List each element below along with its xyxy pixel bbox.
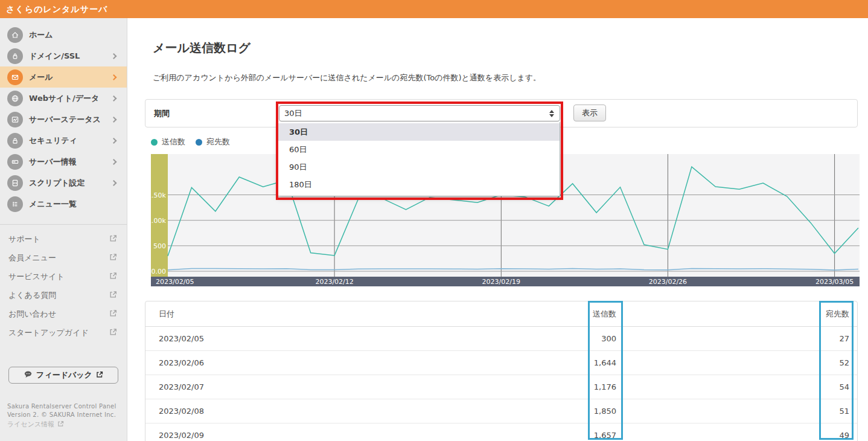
server-status-icon: [7, 112, 23, 127]
page-title: メール送信数ログ: [153, 40, 251, 56]
table-row: 2023/02/071,17654: [145, 375, 857, 399]
sidebar-link-faq[interactable]: よくある質問: [0, 286, 127, 304]
license-label: ライセンス情報: [7, 420, 54, 429]
server-info-icon: [7, 154, 23, 170]
select-arrows-icon: [549, 110, 554, 117]
sidebar-link-label: お問い合わせ: [8, 309, 56, 320]
cell-sent: 1,657: [594, 423, 616, 441]
cell-sent: 1,644: [594, 351, 616, 375]
external-link-icon: [57, 420, 64, 429]
sidebar-item-label: サーバーステータス: [29, 114, 101, 125]
period-selected-value: 30日: [284, 108, 302, 119]
menu-list-icon: [7, 196, 23, 212]
sidebar-link-label: よくある質問: [8, 290, 56, 301]
app-header: さくらのレンタルサーバ: [0, 0, 868, 18]
mail-icon: [7, 69, 23, 85]
cell-dest: 52: [839, 351, 849, 375]
legend-dot-icon: [196, 139, 202, 146]
period-label: 期間: [154, 100, 170, 127]
website-data-icon: [7, 91, 23, 106]
table-row: 2023/02/0530027: [145, 327, 857, 351]
mail-log-table: 日付 送信数 宛先数 2023/02/05300272023/02/061,64…: [145, 301, 858, 441]
col-header-date: 日付: [159, 301, 174, 327]
sidebar-link-contact[interactable]: お問い合わせ: [0, 304, 127, 323]
sidebar-link-label: サービスサイト: [8, 271, 65, 282]
page-description: ご利用のアカウントから外部のメールサーバーに送信されたメールの宛先数(Toの件数…: [153, 72, 541, 83]
sidebar-link-startup-guide[interactable]: スタートアップガイド: [0, 323, 127, 342]
cell-date: 2023/02/06: [159, 351, 204, 375]
sidebar-item-security[interactable]: セキュリティ: [0, 130, 127, 151]
cell-sent: 300: [601, 327, 616, 351]
period-select[interactable]: 30日: [279, 105, 560, 121]
sidebar-item-label: メニュー一覧: [29, 199, 77, 210]
cell-dest: 27: [839, 327, 849, 351]
external-link-icon: [96, 371, 103, 380]
table-header-row: 日付 送信数 宛先数: [145, 301, 857, 327]
chevron-right-icon: [111, 53, 117, 59]
external-link-icon: [109, 272, 117, 282]
app-title: さくらのレンタルサーバ: [6, 0, 107, 18]
svg-text:1.50k: 1.50k: [151, 192, 167, 199]
svg-text:0.00: 0.00: [152, 268, 167, 275]
sidebar-item-menu-list[interactable]: メニュー一覧: [0, 193, 127, 214]
cell-dest: 49: [839, 423, 849, 441]
legend-dot-icon: [151, 139, 158, 146]
sidebar-links: サポート会員メニューサービスサイトよくある質問お問い合わせスタートアップガイド: [0, 230, 127, 342]
license-link[interactable]: ライセンス情報: [7, 420, 64, 429]
period-option[interactable]: 90日: [278, 158, 560, 176]
chevron-right-icon: [111, 138, 117, 144]
external-link-icon: [109, 328, 117, 338]
legend-item: 送信数: [151, 137, 185, 147]
sidebar-item-label: ドメイン/SSL: [29, 51, 80, 62]
external-link-icon: [109, 309, 117, 319]
sidebar-item-label: スクリプト設定: [29, 178, 85, 188]
home-icon: [7, 27, 23, 43]
sidebar-link-member-menu[interactable]: 会員メニュー: [0, 248, 127, 267]
sidebar-item-label: Webサイト/データ: [29, 93, 99, 104]
sidebar-link-support[interactable]: サポート: [0, 230, 127, 248]
legend-item: 宛先数: [196, 137, 230, 147]
cell-dest: 51: [839, 399, 849, 423]
chevron-right-icon: [111, 159, 117, 165]
external-link-icon: [109, 253, 117, 263]
sidebar-link-service-site[interactable]: サービスサイト: [0, 267, 127, 286]
sidebar: ホームドメイン/SSLメールWebサイト/データサーバーステータスセキュリティサ…: [0, 18, 127, 441]
chevron-right-icon: [111, 95, 117, 101]
show-button[interactable]: 表示: [573, 105, 606, 121]
sidebar-item-server-status[interactable]: サーバーステータス: [0, 109, 127, 130]
sidebar-link-label: サポート: [8, 234, 40, 245]
sidebar-item-label: セキュリティ: [29, 135, 77, 146]
svg-text:2023/02/19: 2023/02/19: [482, 278, 520, 286]
sidebar-item-home[interactable]: ホーム: [0, 24, 127, 45]
sidebar-divider: [0, 224, 127, 225]
sidebar-item-script-settings[interactable]: スクリプト設定: [0, 172, 127, 193]
table-row: 2023/02/081,85051: [145, 399, 857, 423]
version-text: Sakura Rentalserver Control Panel Versio…: [7, 402, 116, 419]
domain-ssl-icon: [7, 48, 23, 64]
svg-text:1.00k: 1.00k: [151, 217, 167, 225]
table-row: 2023/02/091,65749: [145, 423, 857, 441]
cell-date: 2023/02/05: [159, 327, 204, 351]
chevron-right-icon: [111, 180, 117, 186]
sidebar-item-domain-ssl[interactable]: ドメイン/SSL: [0, 45, 127, 66]
period-option[interactable]: 60日: [278, 141, 560, 158]
sidebar-item-server-info[interactable]: サーバー情報: [0, 151, 127, 172]
svg-text:500: 500: [153, 242, 166, 250]
svg-text:2023/02/26: 2023/02/26: [649, 278, 687, 286]
security-icon: [7, 133, 23, 149]
sidebar-item-mail[interactable]: メール: [0, 66, 127, 88]
feedback-label: フィードバック: [36, 370, 92, 381]
sidebar-item-website-data[interactable]: Webサイト/データ: [0, 88, 127, 109]
period-option[interactable]: 180日: [278, 176, 560, 193]
script-settings-icon: [7, 175, 23, 191]
external-link-icon: [109, 291, 117, 300]
external-link-icon: [109, 234, 117, 244]
table-row: 2023/02/061,64452: [145, 351, 857, 375]
sidebar-item-label: ホーム: [29, 30, 53, 40]
period-dropdown-list: 30日60日90日180日: [278, 122, 560, 196]
table-body: 2023/02/05300272023/02/061,644522023/02/…: [145, 327, 857, 441]
cell-dest: 54: [839, 375, 849, 399]
period-option[interactable]: 30日: [278, 123, 560, 141]
col-header-dest: 宛先数: [826, 301, 849, 327]
feedback-button[interactable]: フィードバック: [8, 367, 118, 384]
